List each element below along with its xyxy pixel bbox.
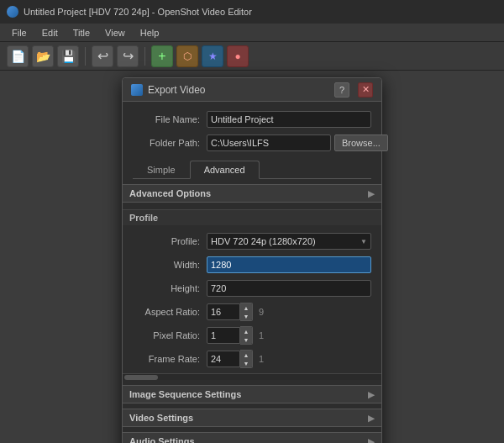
frame-rate-label: Frame Rate: [133,354,200,364]
menu-title[interactable]: Title [66,26,97,40]
menu-file[interactable]: File [5,26,34,40]
aspect-ratio-label: Aspect Ratio: [133,307,200,317]
aspect-ratio-num-up[interactable]: ▲ [240,303,252,312]
toolbar-export-btn[interactable]: ● [227,45,249,67]
width-input[interactable] [207,256,371,273]
title-bar: Untitled Project [HDV 720 24p] - OpenSho… [0,0,504,24]
aspect-ratio-num-spinners: ▲ ▼ [240,303,253,321]
frame-rate-num-input[interactable] [207,351,240,367]
video-settings-header[interactable]: Video Settings ▶ [123,409,381,427]
toolbar-transition-btn[interactable]: ⬡ [176,45,198,67]
profile-dropdown[interactable]: HDV 720 24p (1280x720) ▼ [207,233,371,250]
pixel-ratio-num-spinners: ▲ ▼ [240,326,253,345]
frame-rate-num-down[interactable]: ▼ [240,359,252,367]
profile-section-header: Profile [123,209,381,225]
aspect-ratio-num-down[interactable]: ▼ [240,312,252,320]
toolbar-sep-2 [144,47,145,66]
h-scrollbar-thumb[interactable] [124,375,158,380]
toolbar-effect-btn[interactable]: ★ [202,45,223,67]
frame-rate-separator: 1 [256,354,266,364]
dialog-title: Export Video [148,84,329,96]
file-name-label: File Name: [133,114,200,124]
image-sequence-header[interactable]: Image Sequence Settings ▶ [123,385,381,403]
pixel-ratio-num-input[interactable] [207,327,240,344]
frame-rate-row: Frame Rate: ▲ ▼ 1 [133,350,371,368]
aspect-ratio-num-input[interactable] [207,303,240,320]
browse-button[interactable]: Browse... [334,134,388,151]
toolbar-open-btn[interactable]: 📂 [32,45,54,67]
toolbar-add-btn[interactable]: + [151,45,173,67]
frame-rate-num-up[interactable]: ▲ [240,351,252,359]
profile-row: Profile: HDV 720 24p (1280x720) ▼ [133,232,371,251]
aspect-ratio-separator: 9 [256,307,266,317]
advanced-options-arrow: ▶ [368,189,375,198]
h-scrollbar[interactable] [123,373,381,380]
pixel-ratio-separator: 1 [256,330,266,340]
folder-path-row: Folder Path: Browse... [133,134,371,152]
video-settings-arrow: ▶ [368,414,375,423]
audio-settings-arrow: ▶ [368,437,375,444]
toolbar-new-btn[interactable]: 📄 [7,45,29,67]
folder-path-input[interactable] [207,134,331,151]
pixel-ratio-num-down[interactable]: ▼ [240,335,252,344]
toolbar: 📄 📂 💾 ↩ ↪ + ⬡ ★ ● [0,42,504,71]
pixel-ratio-spin-group: ▲ ▼ 1 [207,326,266,345]
tabs-bar: Simple Advanced [133,161,371,179]
aspect-ratio-spin-group: ▲ ▼ 9 [207,303,266,321]
frame-rate-num-spinners: ▲ ▼ [240,350,253,368]
pixel-ratio-num-up[interactable]: ▲ [240,327,252,335]
profile-section-label: Profile [129,213,158,223]
toolbar-undo-btn[interactable]: ↩ [92,45,113,67]
video-settings-label: Video Settings [129,413,193,423]
tab-simple[interactable]: Simple [133,161,190,178]
aspect-ratio-row: Aspect Ratio: ▲ ▼ 9 [133,303,371,321]
dialog-area: Export Video ? ✕ File Name: Folder Path:… [0,71,504,443]
advanced-options-header[interactable]: Advanced Options ▶ [123,184,381,203]
file-name-row: File Name: [133,110,371,129]
toolbar-save-btn[interactable]: 💾 [57,45,79,67]
app-icon [7,6,18,18]
menu-bar: File Edit Title View Help [0,24,504,42]
height-input[interactable] [207,280,371,297]
file-name-input[interactable] [207,111,371,128]
dialog-icon [131,84,143,96]
pixel-ratio-label: Pixel Ratio: [133,330,200,340]
pixel-ratio-num-field: ▲ ▼ [207,326,253,345]
menu-edit[interactable]: Edit [35,26,65,40]
toolbar-redo-btn[interactable]: ↪ [117,45,139,67]
dialog-titlebar: Export Video ? ✕ [123,78,381,102]
frame-rate-spin-group: ▲ ▼ 1 [207,350,266,368]
advanced-options-label: Advanced Options [129,188,211,198]
menu-help[interactable]: Help [134,26,166,40]
folder-path-group: Browse... [207,134,388,151]
profile-value: HDV 720 24p (1280x720) [211,236,360,246]
dialog-help-button[interactable]: ? [334,82,349,98]
title-bar-text: Untitled Project [HDV 720 24p] - OpenSho… [24,7,252,17]
aspect-ratio-num-field: ▲ ▼ [207,303,253,321]
width-label: Width: [133,260,200,270]
pixel-ratio-row: Pixel Ratio: ▲ ▼ 1 [133,326,371,345]
image-sequence-arrow: ▶ [368,390,375,399]
image-sequence-label: Image Sequence Settings [129,389,241,399]
dialog-close-button[interactable]: ✕ [358,82,373,98]
toolbar-sep-1 [85,47,86,66]
audio-settings-label: Audio Settings [129,436,195,443]
width-row: Width: [133,256,371,274]
tab-advanced[interactable]: Advanced [190,161,260,179]
profile-dropdown-arrow: ▼ [360,238,367,245]
export-dialog: Export Video ? ✕ File Name: Folder Path:… [122,77,382,443]
height-label: Height: [133,283,200,293]
height-row: Height: [133,279,371,298]
menu-view[interactable]: View [98,26,132,40]
profile-label: Profile: [133,236,200,246]
dialog-body: File Name: Folder Path: Browse... Simple… [123,102,381,443]
folder-path-label: Folder Path: [133,138,200,148]
frame-rate-num-field: ▲ ▼ [207,350,253,368]
audio-settings-header[interactable]: Audio Settings ▶ [123,432,381,443]
